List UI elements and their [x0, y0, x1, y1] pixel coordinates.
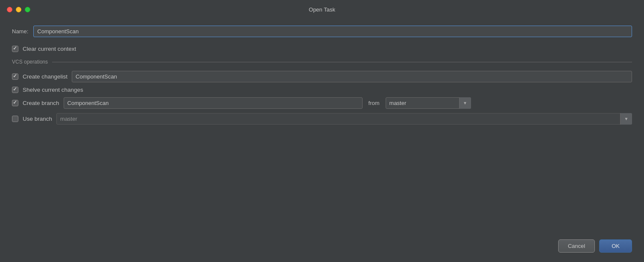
clear-context-row: Clear current context [12, 46, 632, 52]
create-changelist-row: Create changelist [12, 71, 632, 82]
name-input[interactable] [33, 26, 632, 37]
create-changelist-checkbox[interactable] [12, 73, 18, 80]
ok-button[interactable]: OK [599, 239, 632, 253]
vcs-section-header: VCS operations [12, 59, 632, 65]
shelve-changes-row: Shelve current changes [12, 87, 632, 93]
shelve-changes-checkbox[interactable] [12, 87, 18, 93]
title-bar: Open Task [0, 0, 644, 19]
use-branch-checkbox[interactable] [12, 116, 18, 122]
name-label: Name: [12, 28, 28, 35]
create-changelist-label: Create changelist [23, 73, 67, 80]
vcs-section-label: VCS operations [12, 59, 48, 65]
changelist-input[interactable] [72, 71, 632, 82]
from-label: from [369, 100, 380, 106]
window-controls [7, 7, 30, 12]
name-row: Name: [12, 26, 632, 37]
use-branch-row: Use branch master develop main ▼ [12, 113, 632, 125]
use-branch-label: Use branch [23, 116, 52, 122]
clear-context-label: Clear current context [23, 46, 76, 52]
create-branch-checkbox[interactable] [12, 100, 18, 106]
use-branch-select[interactable]: master develop main [56, 113, 632, 125]
dialog-title: Open Task [309, 6, 335, 13]
create-branch-row: Create branch from master develop main ▼ [12, 97, 632, 109]
maximize-button[interactable] [25, 7, 30, 12]
minimize-button[interactable] [16, 7, 21, 12]
open-task-dialog: Open Task Name: Clear current context VC… [0, 0, 644, 262]
dialog-footer: Cancel OK [0, 235, 644, 262]
from-branch-wrapper: master develop main ▼ [386, 97, 471, 109]
create-branch-label: Create branch [23, 100, 59, 106]
branch-name-input[interactable] [64, 97, 363, 109]
shelve-changes-label: Shelve current changes [23, 87, 83, 93]
cancel-button[interactable]: Cancel [558, 239, 595, 253]
close-button[interactable] [7, 7, 12, 12]
clear-context-checkbox[interactable] [12, 46, 18, 52]
from-branch-select[interactable]: master develop main [386, 97, 471, 109]
dialog-body: Name: Clear current context VCS operatio… [0, 19, 644, 235]
vcs-divider [52, 62, 632, 62]
use-branch-wrapper: master develop main ▼ [56, 113, 632, 125]
